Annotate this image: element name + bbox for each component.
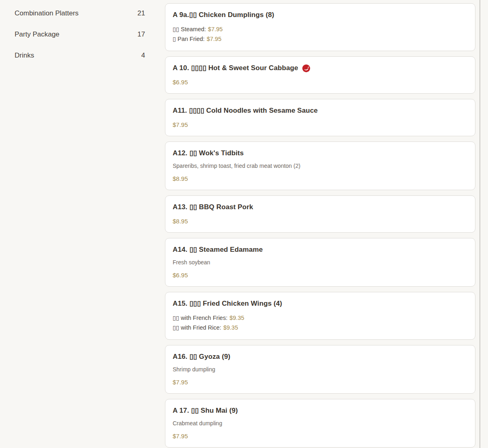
option-label: ▯▯ with Fried Rice: <box>173 324 221 331</box>
menu-item-title: A 9a.▯▯ Chicken Dumplings (8) <box>173 10 468 20</box>
menu-item-price: $7.95 <box>173 120 468 129</box>
menu-item-description: Crabmeat dumpling <box>173 420 468 427</box>
menu-item-price: $7.95 <box>173 432 468 440</box>
menu-item-card[interactable]: A15. ▯▯▯ Fried Chicken Wings (4) ▯▯ with… <box>165 292 475 340</box>
menu-item-title: A12. ▯▯ Wok's Tidbits <box>173 148 468 158</box>
sidebar-item-drinks[interactable]: Drinks 4 <box>0 45 152 66</box>
menu-item-description: Shrimp dumpling <box>173 366 468 373</box>
menu-item-card[interactable]: A13. ▯▯ BBQ Roast Pork $8.95 <box>165 195 475 233</box>
sidebar-item-label: Drinks <box>15 51 34 60</box>
option-price: $7.95 <box>208 26 223 32</box>
menu-item-price: $8.95 <box>173 174 468 183</box>
menu-item-title: A 17. ▯▯ Shu Mai (9) <box>173 406 468 416</box>
menu-item-options: ▯▯ Steamed:$7.95 ▯ Pan Fried:$7.95 <box>173 24 468 44</box>
sidebar-item-count: 17 <box>137 30 145 39</box>
menu-item-title: A15. ▯▯▯ Fried Chicken Wings (4) <box>173 299 468 309</box>
option-price: $7.95 <box>207 36 221 42</box>
menu-item-option: ▯ Pan Fried:$7.95 <box>173 34 468 44</box>
sidebar-item-label: Party Package <box>15 30 60 39</box>
menu-item-title: A14. ▯▯ Steamed Edamame <box>173 245 468 255</box>
sidebar-item-combination-platters[interactable]: Combination Platters 21 <box>0 3 152 24</box>
menu-item-card[interactable]: A12. ▯▯ Wok's Tidbits Spareribs, shrimp … <box>165 141 475 190</box>
menu-item-option: ▯▯ Steamed:$7.95 <box>173 24 468 34</box>
option-price: $9.35 <box>223 324 238 331</box>
option-label: ▯ Pan Fried: <box>173 36 205 42</box>
menu-item-description: Fresh soybean <box>173 259 468 266</box>
menu-item-price: $6.95 <box>173 78 468 86</box>
menu-item-option: ▯▯ with Fried Rice:$9.35 <box>173 323 468 332</box>
menu-item-card[interactable]: A 17. ▯▯ Shu Mai (9) Crabmeat dumpling $… <box>165 399 475 448</box>
sidebar-item-count: 4 <box>141 51 145 60</box>
menu-item-option: ▯▯ with French Fries:$9.35 <box>173 313 468 323</box>
menu-item-card[interactable]: A14. ▯▯ Steamed Edamame Fresh soybean $6… <box>165 238 475 287</box>
option-price: $9.35 <box>229 315 244 321</box>
option-label: ▯▯ with French Fries: <box>173 315 227 321</box>
menu-item-description: Spareribs, shrimp toast, fried crab meat… <box>173 162 468 170</box>
menu-item-card[interactable]: A11. ▯▯▯▯ Cold Noodles with Sesame Sauce… <box>165 99 475 136</box>
menu-item-title-text: A 10. ▯▯▯▯ Hot & Sweet Sour Cabbage <box>173 63 298 73</box>
menu-item-price: $8.95 <box>173 217 468 225</box>
menu-item-card[interactable]: A 9a.▯▯ Chicken Dumplings (8) ▯▯ Steamed… <box>165 3 475 51</box>
menu-item-title: A16. ▯▯ Gyoza (9) <box>173 352 468 362</box>
scrollbar-track[interactable] <box>479 0 480 448</box>
menu-item-title: A 10. ▯▯▯▯ Hot & Sweet Sour Cabbage <box>173 63 468 73</box>
menu-item-title: A11. ▯▯▯▯ Cold Noodles with Sesame Sauce <box>173 106 468 116</box>
menu-item-title: A13. ▯▯ BBQ Roast Pork <box>173 202 468 212</box>
menu-item-card[interactable]: A 10. ▯▯▯▯ Hot & Sweet Sour Cabbage $6.9… <box>165 56 475 94</box>
menu-item-options: ▯▯ with French Fries:$9.35 ▯▯ with Fried… <box>173 313 468 332</box>
sidebar-item-count: 21 <box>137 9 145 17</box>
option-label: ▯▯ Steamed: <box>173 26 206 32</box>
sidebar-item-label: Combination Platters <box>15 9 79 17</box>
category-sidebar: Combination Platters 21 Party Package 17… <box>0 3 152 66</box>
menu-item-list: A 9a.▯▯ Chicken Dumplings (8) ▯▯ Steamed… <box>165 3 475 448</box>
chili-pepper-icon <box>302 64 310 73</box>
menu-item-card[interactable]: A16. ▯▯ Gyoza (9) Shrimp dumpling $7.95 <box>165 345 475 394</box>
sidebar-item-party-package[interactable]: Party Package 17 <box>0 24 152 45</box>
menu-item-price: $7.95 <box>173 378 468 386</box>
menu-item-price: $6.95 <box>173 271 468 279</box>
